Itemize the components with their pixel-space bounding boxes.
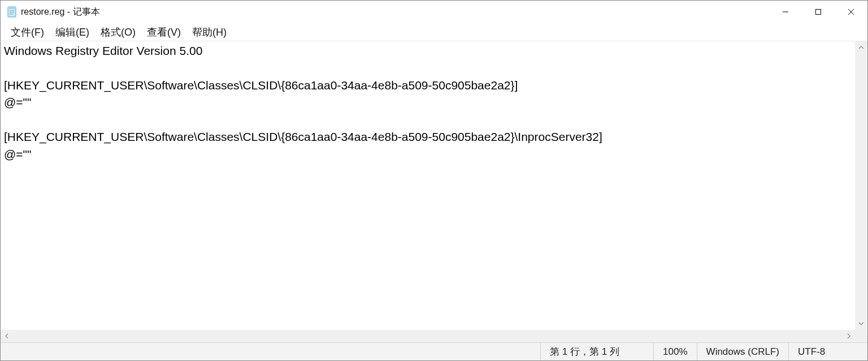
menu-help[interactable]: 帮助(H) bbox=[186, 24, 232, 40]
scrollbar-corner bbox=[855, 330, 867, 342]
vertical-scrollbar[interactable] bbox=[855, 41, 867, 330]
horizontal-scrollbar[interactable] bbox=[1, 330, 855, 342]
svg-rect-1 bbox=[8, 7, 16, 9]
status-encoding: UTF-8 bbox=[788, 343, 867, 360]
scroll-right-icon[interactable] bbox=[843, 330, 855, 342]
window-controls bbox=[769, 1, 867, 23]
statusbar: 第 1 行，第 1 列 100% Windows (CRLF) UTF-8 bbox=[1, 342, 867, 360]
menu-format[interactable]: 格式(O) bbox=[95, 24, 141, 40]
status-line-ending: Windows (CRLF) bbox=[697, 343, 788, 360]
status-cursor-position: 第 1 行，第 1 列 bbox=[540, 343, 653, 360]
window-title: restore.reg - 记事本 bbox=[21, 6, 769, 18]
close-button[interactable] bbox=[835, 1, 867, 23]
horizontal-scrollbar-wrap bbox=[1, 330, 867, 342]
content-area: Windows Registry Editor Version 5.00 [HK… bbox=[1, 41, 867, 330]
menu-edit[interactable]: 编辑(E) bbox=[50, 24, 95, 40]
maximize-button[interactable] bbox=[802, 1, 835, 23]
notepad-icon bbox=[6, 6, 18, 18]
scroll-left-icon[interactable] bbox=[1, 330, 13, 342]
menu-file[interactable]: 文件(F) bbox=[5, 24, 50, 40]
minimize-button[interactable] bbox=[769, 1, 802, 23]
status-spacer bbox=[1, 343, 540, 360]
menubar: 文件(F) 编辑(E) 格式(O) 查看(V) 帮助(H) bbox=[1, 23, 867, 41]
titlebar[interactable]: restore.reg - 记事本 bbox=[1, 1, 867, 23]
status-zoom: 100% bbox=[653, 343, 696, 360]
text-editor[interactable]: Windows Registry Editor Version 5.00 [HK… bbox=[1, 41, 855, 330]
scroll-up-icon[interactable] bbox=[855, 41, 867, 54]
menu-view[interactable]: 查看(V) bbox=[141, 24, 186, 40]
svg-rect-6 bbox=[816, 10, 821, 15]
scroll-down-icon[interactable] bbox=[855, 317, 867, 330]
